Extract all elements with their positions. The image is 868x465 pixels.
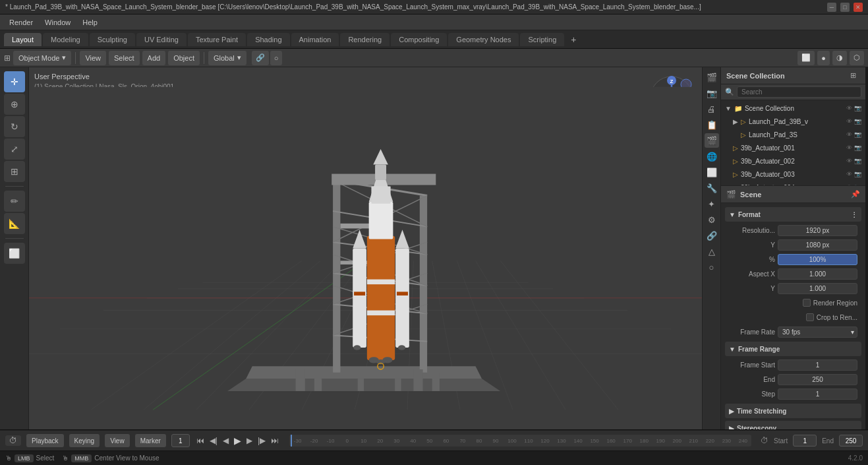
marker-menu[interactable]: Marker	[135, 434, 166, 447]
prop-icon-object[interactable]: ⬜	[705, 165, 719, 179]
snap-button[interactable]: 🔗	[252, 51, 269, 65]
object-menu-button[interactable]: Object	[168, 51, 200, 65]
resolution-y-value[interactable]: 1080 px	[778, 239, 857, 251]
current-frame-display[interactable]: 1	[171, 434, 190, 447]
visibility-icon[interactable]: 👁	[846, 158, 852, 164]
tab-geometry-nodes[interactable]: Geometry Nodes	[448, 33, 519, 46]
jump-start-button[interactable]: ⏮	[195, 435, 206, 447]
prev-frame-button[interactable]: ◀	[221, 435, 230, 447]
proportional-edit-button[interactable]: ○	[270, 51, 283, 65]
tab-sculpting[interactable]: Sculpting	[90, 33, 135, 46]
end-value[interactable]: 250	[778, 374, 857, 385]
tab-scripting[interactable]: Scripting	[520, 33, 564, 46]
keying-menu[interactable]: Keying	[69, 434, 100, 447]
viewport-shading-solid[interactable]: ●	[817, 51, 830, 65]
viewport-shading-rendered[interactable]: ⬡	[850, 51, 864, 65]
tab-animation[interactable]: Animation	[291, 33, 339, 46]
visibility-icon[interactable]: 👁	[846, 171, 852, 177]
prop-icon-material[interactable]: ○	[705, 260, 719, 274]
select-menu-button[interactable]: Select	[109, 51, 140, 65]
render-icon[interactable]: 📷	[854, 171, 861, 177]
prop-icon-constraint[interactable]: 🔗	[705, 228, 719, 243]
measure-tool-button[interactable]: 📐	[4, 213, 25, 234]
visibility-icon[interactable]: 👁	[846, 118, 852, 125]
visibility-icon[interactable]: 👁	[846, 131, 852, 138]
aspect-y-value[interactable]: 1.000	[778, 283, 857, 294]
next-keyframe-button[interactable]: |▶	[256, 435, 267, 447]
tab-texture-paint[interactable]: Texture Paint	[188, 33, 246, 46]
next-frame-button[interactable]: ▶	[245, 435, 254, 447]
outliner-item-actuator-001[interactable]: ▷ 39b_Actuator_001 👁 📷	[721, 141, 865, 154]
format-menu-icon[interactable]: ⋮	[851, 211, 857, 218]
pin-icon[interactable]: 📌	[851, 190, 860, 199]
close-button[interactable]: ✕	[854, 3, 863, 12]
menu-help[interactable]: Help	[77, 17, 103, 28]
render-icon[interactable]: 📷	[854, 184, 861, 185]
prop-icon-view-layer[interactable]: 📋	[705, 117, 719, 132]
rotate-tool-button[interactable]: ↻	[4, 116, 25, 137]
prop-icon-world[interactable]: 🌐	[705, 149, 719, 164]
outliner-item-actuator-004[interactable]: ▷ 39b_Actuator_004 👁 📷	[721, 181, 865, 185]
frame-rate-dropdown[interactable]: 30 fps▾	[778, 326, 857, 338]
visibility-icon[interactable]: 👁	[846, 105, 852, 111]
visibility-icon[interactable]: 👁	[846, 144, 852, 151]
format-section-header[interactable]: ▼ Format ⋮	[725, 207, 861, 222]
outliner-filter-button[interactable]: ⊞	[846, 69, 860, 83]
prop-icon-scene-render[interactable]: 🎬	[705, 70, 719, 84]
aspect-x-value[interactable]: 1.000	[778, 268, 857, 280]
tab-modeling[interactable]: Modeling	[43, 33, 88, 46]
minimize-button[interactable]: ─	[827, 3, 836, 12]
annotate-tool-button[interactable]: ✏	[4, 191, 25, 212]
jump-end-button[interactable]: ⏭	[270, 435, 280, 447]
step-value[interactable]: 1	[778, 388, 857, 400]
prop-icon-particles[interactable]: ✦	[705, 197, 719, 211]
move-tool-button[interactable]: ⊕	[4, 94, 25, 115]
start-frame-input[interactable]	[793, 435, 817, 447]
time-stretch-header[interactable]: ▶ Time Stretching	[725, 404, 861, 418]
view-menu-button[interactable]: View	[80, 51, 106, 65]
tab-shading[interactable]: Shading	[247, 33, 289, 46]
stereo-header[interactable]: ▶ Stereoscopy	[725, 421, 861, 429]
crop-render-checkbox[interactable]	[806, 313, 814, 321]
menu-render[interactable]: Render	[4, 17, 38, 28]
maximize-button[interactable]: □	[840, 3, 850, 12]
outliner-item-launch-pad-sub[interactable]: ▷ Launch_Pad_3S 👁 📷	[721, 128, 865, 141]
render-icon[interactable]: 📷	[854, 131, 861, 138]
tab-compositing[interactable]: Compositing	[391, 33, 447, 46]
prop-icon-render[interactable]: 📷	[705, 86, 719, 100]
render-icon[interactable]: 📷	[854, 158, 861, 164]
tab-uv-editing[interactable]: UV Editing	[136, 33, 187, 46]
view-menu-tl[interactable]: View	[105, 434, 130, 447]
outliner-item-actuator-002[interactable]: ▷ 39b_Actuator_002 👁 📷	[721, 154, 865, 168]
add-cube-button[interactable]: ⬜	[4, 243, 25, 264]
prev-keyframe-button[interactable]: ◀|	[208, 435, 219, 447]
end-frame-input[interactable]	[839, 435, 863, 447]
play-button[interactable]: ▶	[233, 434, 243, 447]
viewport-shading-material[interactable]: ◑	[832, 51, 847, 65]
render-region-checkbox[interactable]	[803, 299, 811, 307]
prop-icon-modifier[interactable]: 🔧	[705, 181, 719, 195]
object-mode-dropdown[interactable]: Object Mode ▾	[13, 51, 71, 65]
prop-icon-output[interactable]: 🖨	[705, 102, 719, 116]
resolution-pct-value[interactable]: 100%	[778, 254, 857, 265]
add-menu-button[interactable]: Add	[142, 51, 166, 65]
viewport-3d[interactable]: User Perspective (1) Scene Collection | …	[29, 67, 702, 429]
render-icon[interactable]: 📷	[854, 105, 861, 111]
render-icon[interactable]: 📷	[854, 144, 861, 151]
frame-start-value[interactable]: 1	[778, 359, 857, 371]
outliner-item-launch-pad[interactable]: ▶ ▷ Launch_Pad_39B_v 👁 📷	[721, 115, 865, 128]
prop-icon-data[interactable]: △	[705, 244, 719, 259]
menu-window[interactable]: Window	[40, 17, 76, 28]
visibility-icon[interactable]: 👁	[846, 184, 852, 185]
outliner-search-input[interactable]	[737, 86, 861, 98]
prop-icon-physics[interactable]: ⚙	[705, 212, 719, 227]
timeline-scrub-bar[interactable]: -30 -20 -10 0 10 20 30 40 50 60 70 80 90…	[289, 435, 751, 447]
outliner-item-actuator-003[interactable]: ▷ 39b_Actuator_003 👁 📷	[721, 168, 865, 181]
viewport-shading-wire[interactable]: ⬜	[797, 51, 815, 65]
scale-tool-button[interactable]: ⤢	[4, 139, 25, 160]
frame-range-section-header[interactable]: ▼ Frame Range	[725, 342, 861, 356]
timeline-mode-icon[interactable]: ⏱	[5, 435, 21, 446]
prop-icon-scene[interactable]: 🎬	[705, 133, 719, 148]
resolution-x-value[interactable]: 1920 px	[778, 225, 857, 236]
cursor-tool-button[interactable]: ✛	[4, 71, 25, 92]
